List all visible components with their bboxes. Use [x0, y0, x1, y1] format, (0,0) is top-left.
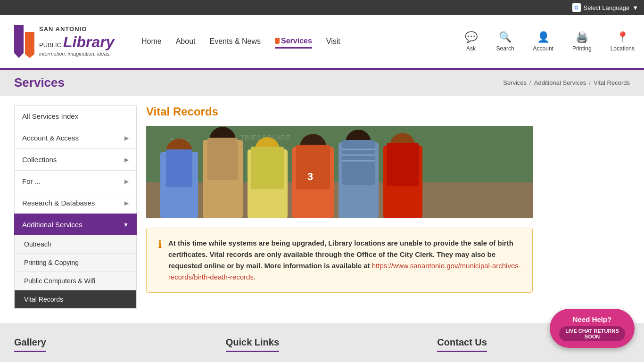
- sidebar-sub-computers[interactable]: Public Computers & Wifi: [15, 272, 136, 290]
- search-label: Search: [496, 45, 514, 52]
- sidebar-sub-outreach[interactable]: Outreach: [15, 235, 136, 254]
- footer-gallery-title: Gallery: [14, 337, 46, 352]
- sidebar: All Services Index Account & Access ▶ Co…: [14, 105, 137, 309]
- help-sub-text: LIVE CHAT RETURNS SOON: [559, 326, 625, 341]
- breadcrumb-current: Vital Records: [594, 79, 630, 86]
- utility-ask[interactable]: 💬 Ask: [455, 15, 487, 68]
- sidebar-sub-printing[interactable]: Printing & Copying: [15, 254, 136, 272]
- locations-label: Locations: [611, 45, 635, 52]
- printing-label: Printing: [572, 45, 592, 52]
- services-bookmark-icon: [275, 38, 280, 44]
- sidebar-item-research[interactable]: Research & Databases ▶: [14, 192, 137, 214]
- search-icon: 🔍: [499, 31, 512, 43]
- logo-public: PUBLIC: [39, 41, 61, 49]
- svg-rect-20: [342, 140, 375, 185]
- content-area: All Services Index Account & Access ▶ Co…: [0, 96, 644, 318]
- main-content: Vital Records 3+5= TIMES SQUARE: [146, 105, 630, 309]
- footer-quick-links: Quick Links: [226, 337, 419, 358]
- select-language[interactable]: G Select Language ▼: [572, 3, 638, 12]
- logo-tagline: information. imagination. ideas.: [39, 51, 114, 57]
- utility-nav: 💬 Ask 🔍 Search 👤 Account 🖨️ Printing 📍 L…: [455, 15, 644, 68]
- svg-rect-16: [296, 145, 330, 189]
- sidebar-item-additional[interactable]: Additional Services ▼: [14, 214, 137, 235]
- arrow-icon: ▶: [124, 178, 129, 185]
- hero-image: 3+5= TIMES SQUARE: [146, 126, 533, 218]
- logo-text: SAN ANTONIO PUBLIC Library information. …: [39, 25, 114, 57]
- select-language-arrow: ▼: [632, 4, 638, 11]
- svg-rect-13: [251, 147, 284, 189]
- logo-area[interactable]: SAN ANTONIO PUBLIC Library information. …: [0, 15, 132, 68]
- help-label: Need Help?: [573, 315, 612, 323]
- arrow-icon: ▶: [124, 200, 129, 206]
- sidebar-item-account[interactable]: Account & Access ▶: [14, 127, 137, 148]
- svg-rect-7: [166, 149, 192, 187]
- breadcrumb-bar: Services Services / Additional Services …: [0, 70, 644, 96]
- breadcrumb-sep-2: /: [589, 79, 591, 86]
- logo-bookmark: [14, 25, 34, 58]
- top-bar: G Select Language ▼: [0, 0, 644, 15]
- sidebar-item-collections[interactable]: Collections ▶: [14, 148, 137, 170]
- arrow-icon: ▼: [123, 222, 129, 228]
- utility-locations[interactable]: 📍 Locations: [601, 15, 644, 68]
- nav-events[interactable]: Events & News: [210, 35, 261, 48]
- account-icon: 👤: [537, 31, 550, 43]
- footer: Gallery Quick Links Contact Us: [0, 323, 644, 362]
- content-title: Vital Records: [146, 105, 630, 118]
- site-header: SAN ANTONIO PUBLIC Library information. …: [0, 15, 644, 70]
- svg-rect-26: [387, 143, 419, 186]
- select-language-label: Select Language: [584, 4, 630, 11]
- svg-rect-10: [207, 138, 238, 180]
- ask-icon: 💬: [465, 31, 478, 43]
- footer-contact-title: Contact Us: [437, 337, 487, 352]
- breadcrumb: Services / Additional Services / Vital R…: [503, 79, 630, 86]
- locations-icon: 📍: [616, 31, 629, 43]
- nav-visit[interactable]: Visit: [326, 35, 340, 48]
- arrow-icon: ▶: [124, 135, 129, 141]
- info-text: At this time while systems are being upg…: [168, 238, 521, 283]
- page-title: Services: [14, 75, 65, 90]
- arrow-icon: ▶: [124, 156, 129, 163]
- sidebar-item-all-services[interactable]: All Services Index: [14, 105, 137, 127]
- utility-printing[interactable]: 🖨️ Printing: [563, 15, 601, 68]
- breadcrumb-services[interactable]: Services: [503, 79, 527, 86]
- main-nav: Home About Events & News Services Visit: [132, 15, 455, 68]
- nav-about[interactable]: About: [176, 35, 196, 48]
- info-box: ℹ At this time while systems are being u…: [146, 228, 533, 293]
- footer-gallery: Gallery: [14, 337, 207, 358]
- hero-svg: 3+5= TIMES SQUARE: [146, 126, 533, 218]
- account-label: Account: [533, 45, 553, 52]
- utility-search[interactable]: 🔍 Search: [487, 15, 524, 68]
- footer-top: Gallery Quick Links Contact Us: [14, 337, 630, 362]
- logo-san-antonio: SAN ANTONIO: [39, 25, 114, 33]
- logo-library: Library: [63, 33, 114, 51]
- bookmark-right: [25, 32, 34, 58]
- printing-icon: 🖨️: [576, 31, 588, 43]
- utility-account[interactable]: 👤 Account: [524, 15, 563, 68]
- ask-label: Ask: [466, 45, 476, 52]
- google-icon: G: [572, 3, 581, 12]
- sidebar-sub-menu: Outreach Printing & Copying Public Compu…: [14, 235, 137, 309]
- help-bubble[interactable]: Need Help? LIVE CHAT RETURNS SOON: [550, 309, 635, 348]
- breadcrumb-sep-1: /: [529, 79, 531, 86]
- footer-quick-links-title: Quick Links: [226, 337, 279, 352]
- svg-text:3: 3: [307, 171, 313, 182]
- bookmark-left: [14, 25, 24, 58]
- sidebar-sub-vital-records[interactable]: Vital Records: [15, 290, 136, 308]
- nav-home[interactable]: Home: [141, 35, 162, 48]
- breadcrumb-additional[interactable]: Additional Services: [534, 79, 586, 86]
- nav-services[interactable]: Services: [275, 35, 312, 49]
- info-icon: ℹ: [158, 239, 162, 251]
- sidebar-item-for[interactable]: For ... ▶: [14, 170, 137, 192]
